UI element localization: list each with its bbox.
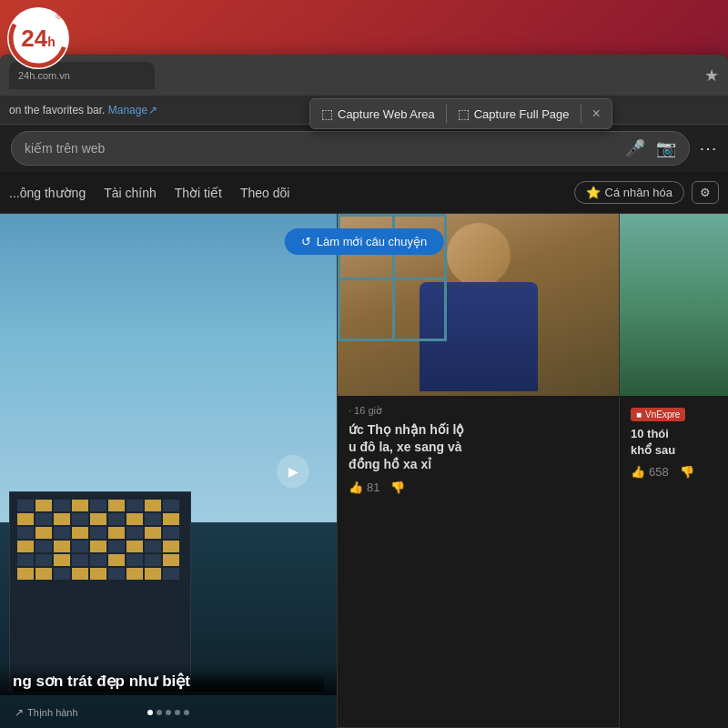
content-area: ↺ Làm mới câu chuyện xyxy=(0,214,728,728)
trending-icon: ↗ xyxy=(15,706,24,719)
article-time: · 16 giờ xyxy=(349,405,608,417)
dot-1[interactable] xyxy=(147,710,153,715)
featured-grid: ▶ ng sơn trát đẹp như biệt ↗ Thịnh hành xyxy=(0,214,728,728)
right-article-actions: 👍 658 👎 xyxy=(631,465,717,479)
capture-divider2 xyxy=(581,105,581,123)
right-article-image xyxy=(620,214,728,396)
nav-tabs-row: ...ông thường Tài chính Thời tiết Theo d… xyxy=(0,172,728,214)
logo-registered: ® xyxy=(56,12,62,21)
middle-article: · 16 giờ ức Thọ nhận hối lộ u đô la, xe … xyxy=(338,396,619,728)
refresh-icon: ↺ xyxy=(301,235,311,248)
dot-5[interactable] xyxy=(184,710,189,715)
featured-middle-card: · 16 giờ ức Thọ nhận hối lộ u đô la, xe … xyxy=(337,214,619,728)
capture-divider xyxy=(446,105,447,123)
dot-4[interactable] xyxy=(175,710,180,715)
right-article-title: 10 thói khổ sau xyxy=(631,426,717,458)
personalize-button[interactable]: ⭐ Cá nhân hóa xyxy=(574,181,684,204)
logo: 24h ® xyxy=(7,7,73,73)
camera-icon[interactable]: 📷 xyxy=(656,138,676,158)
favorites-text: on the favorites bar. xyxy=(9,104,105,116)
nav-tab-theo-doi[interactable]: Theo dõi xyxy=(240,186,289,200)
thumbs-up-icon: 👍 xyxy=(349,480,363,494)
browser-window: 24h.com.vn ★ ⬚ Capture Web Area ⬚ Captur… xyxy=(0,55,728,728)
star-icon[interactable]: ★ xyxy=(704,66,719,86)
capture-full-button[interactable]: ⬚ Capture Full Page xyxy=(458,106,570,121)
capture-toolbar: ⬚ Capture Web Area ⬚ Capture Full Page × xyxy=(309,98,612,129)
search-input-wrap[interactable]: kiếm trên web 🎤 📷 xyxy=(11,131,690,166)
article-actions: 👍 81 👎 xyxy=(349,480,608,494)
article-title: ức Thọ nhận hối lộ u đô la, xe sang và đ… xyxy=(349,421,608,473)
search-bar-row: kiếm trên web 🎤 📷 ⋯ xyxy=(0,125,728,172)
dot-2[interactable] xyxy=(157,710,162,715)
manage-link[interactable]: Manage xyxy=(108,104,147,116)
featured-right-card: ■ VnExpre 10 thói khổ sau 👍 658 👎 xyxy=(619,214,728,728)
capture-close-button[interactable]: × xyxy=(592,106,601,122)
right-thumbs-down-icon: 👎 xyxy=(680,465,694,479)
nav-tab-tai-chinh[interactable]: Tài chính xyxy=(104,186,157,200)
search-placeholder: kiếm trên web xyxy=(25,141,625,156)
trending-label: ↗ Thịnh hành xyxy=(15,706,78,719)
microphone-icon[interactable]: 🎤 xyxy=(625,138,645,158)
right-dislike-button[interactable]: 👎 xyxy=(680,465,694,479)
like-button[interactable]: 👍 81 xyxy=(349,480,379,494)
featured-left-card[interactable]: ▶ ng sơn trát đẹp như biệt ↗ Thịnh hành xyxy=(0,214,337,728)
right-thumbs-up-icon: 👍 xyxy=(631,465,645,479)
nav-tab-thoi-tiet[interactable]: Thời tiết xyxy=(175,186,222,200)
dislike-button[interactable]: 👎 xyxy=(390,480,405,494)
play-button[interactable]: ▶ xyxy=(277,455,309,488)
featured-headline: ng sơn trát đẹp như biệt xyxy=(13,672,324,692)
browser-menu-icon[interactable]: ⋯ xyxy=(699,137,717,159)
manage-arrow: ↗ xyxy=(148,104,157,116)
filter-button[interactable]: ⚙ xyxy=(692,181,719,204)
right-article-content: ■ VnExpre 10 thói khổ sau 👍 658 👎 xyxy=(620,396,728,488)
vnexpress-icon: ■ xyxy=(636,410,642,420)
vnexpress-badge: ■ VnExpre xyxy=(631,408,685,421)
right-like-button[interactable]: 👍 658 xyxy=(631,465,669,479)
thumbs-down-icon: 👎 xyxy=(390,480,405,494)
capture-area-button[interactable]: ⬚ Capture Web Area xyxy=(321,106,435,121)
star-personalize-icon: ⭐ xyxy=(586,186,601,199)
carousel-dots xyxy=(147,710,189,715)
capture-full-icon: ⬚ xyxy=(458,106,470,121)
capture-area-icon: ⬚ xyxy=(321,106,333,121)
browser-chrome: 24h.com.vn ★ xyxy=(0,55,728,96)
nav-tab-thuong-mai[interactable]: ...ông thường xyxy=(9,186,86,200)
lam-moi-button[interactable]: ↺ Làm mới câu chuyện xyxy=(285,228,444,255)
dot-3[interactable] xyxy=(166,710,171,715)
